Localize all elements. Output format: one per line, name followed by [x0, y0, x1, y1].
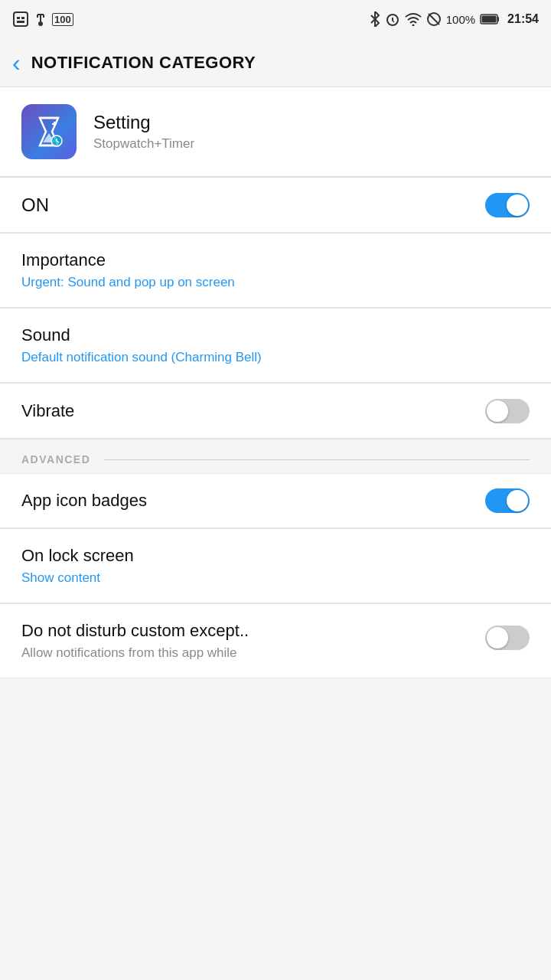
svg-line-11 — [393, 21, 394, 22]
battery-percent: 100% — [446, 13, 475, 26]
sim-icon — [12, 11, 29, 27]
app-info-section: Setting Stopwatch+Timer — [0, 87, 551, 177]
alarm-icon — [385, 11, 400, 27]
usb-icon — [34, 11, 47, 27]
on-setting-row: ON — [0, 178, 551, 233]
svg-rect-16 — [482, 16, 497, 23]
advanced-section-header: ADVANCED — [0, 439, 551, 473]
app-icon — [21, 104, 77, 159]
app-icon-badges-label: App icon badges — [21, 491, 147, 511]
svg-point-4 — [38, 21, 43, 26]
on-label: ON — [21, 194, 49, 216]
dnd-toggle[interactable] — [485, 626, 530, 650]
app-icon-badges-toggle[interactable] — [485, 488, 530, 513]
battery-icon — [480, 13, 500, 25]
status-icons-right: 100% 21:54 — [370, 11, 539, 27]
dnd-subtitle: Allow notifications from this app while — [21, 645, 485, 661]
on-lock-screen-row[interactable]: On lock screen Show content — [0, 529, 551, 603]
dnd-text-col: Do not disturb custom except.. Allow not… — [21, 621, 485, 661]
vibrate-toggle-knob — [487, 400, 508, 422]
app-name: Setting — [93, 112, 194, 133]
dnd-title: Do not disturb custom except.. — [21, 621, 485, 641]
app-icon-badges-knob — [507, 490, 528, 511]
app-icon-badges-row: App icon badges — [0, 473, 551, 528]
svg-rect-3 — [17, 21, 24, 23]
importance-row[interactable]: Importance Urgent: Sound and pop up on s… — [0, 234, 551, 308]
wifi-icon — [405, 12, 422, 26]
on-lock-screen-value: Show content — [21, 570, 530, 586]
vibrate-setting-row: Vibrate — [0, 384, 551, 439]
status-icons-left: 100 — [12, 11, 73, 27]
dnd-row[interactable]: Do not disturb custom except.. Allow not… — [0, 604, 551, 678]
svg-rect-0 — [14, 12, 28, 26]
advanced-label: ADVANCED — [21, 453, 90, 466]
svg-rect-17 — [497, 17, 499, 21]
status-bar: 100 100% 21:54 — [0, 0, 551, 38]
on-toggle[interactable] — [485, 193, 530, 217]
importance-label: Importance — [21, 250, 530, 270]
app-info-text: Setting Stopwatch+Timer — [93, 112, 194, 152]
advanced-line — [104, 459, 530, 460]
status-time: 21:54 — [507, 12, 539, 26]
extra-status-icon: 100 — [52, 13, 73, 26]
svg-rect-2 — [21, 17, 24, 19]
on-lock-screen-label: On lock screen — [21, 546, 530, 566]
importance-value: Urgent: Sound and pop up on screen — [21, 275, 530, 290]
on-toggle-knob — [507, 194, 528, 216]
dnd-row-inner: Do not disturb custom except.. Allow not… — [21, 621, 530, 661]
sound-row[interactable]: Sound Default notification sound (Charmi… — [0, 309, 551, 383]
app-icon-svg — [29, 112, 69, 152]
svg-line-14 — [429, 14, 439, 24]
sound-value: Default notification sound (Charming Bel… — [21, 350, 530, 365]
sound-label: Sound — [21, 325, 530, 345]
dnd-icon — [426, 11, 442, 27]
svg-rect-1 — [17, 17, 20, 19]
page-title: NOTIFICATION CATEGORY — [31, 53, 256, 73]
app-subtitle: Stopwatch+Timer — [93, 136, 194, 152]
vibrate-label: Vibrate — [21, 401, 74, 421]
dnd-toggle-knob — [487, 627, 508, 648]
back-button[interactable]: ‹ — [12, 51, 21, 75]
svg-point-12 — [412, 24, 414, 27]
top-bar: ‹ NOTIFICATION CATEGORY — [0, 38, 551, 87]
vibrate-toggle[interactable] — [485, 399, 530, 423]
bluetooth-icon — [370, 11, 380, 27]
